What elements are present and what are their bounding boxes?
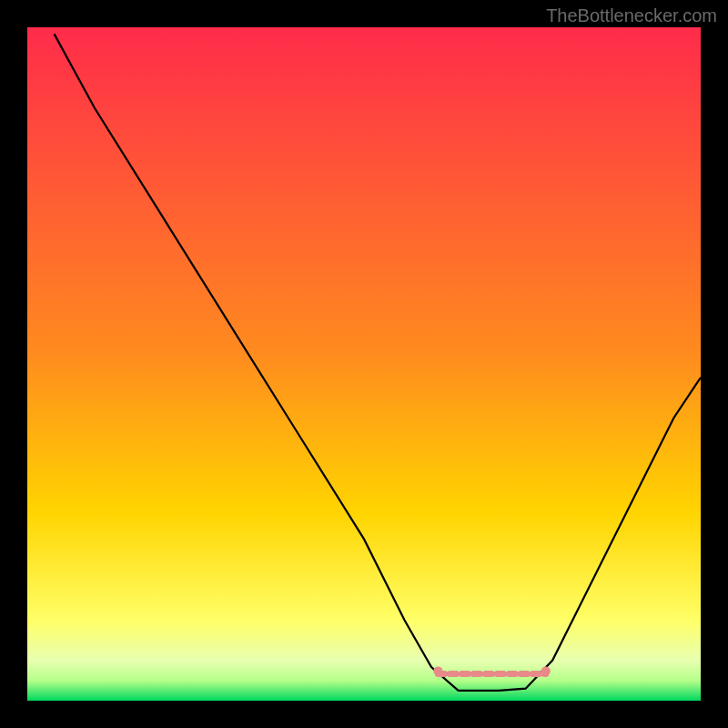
optimal-range-start-dot <box>433 666 442 675</box>
optimal-range-end-dot <box>541 666 551 675</box>
bottleneck-chart <box>27 27 701 701</box>
watermark-text: TheBottlenecker.com <box>546 5 717 26</box>
gradient-bg <box>27 27 701 701</box>
chart-area <box>27 27 701 701</box>
